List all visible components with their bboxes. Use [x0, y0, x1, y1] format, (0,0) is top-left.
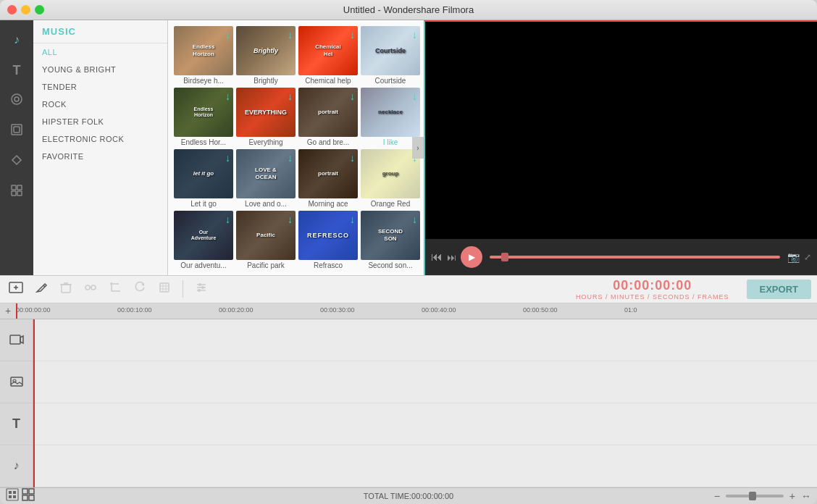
group-button[interactable]	[81, 278, 100, 300]
preview-screen	[425, 22, 817, 239]
download-icon-ouradv[interactable]: ↓	[225, 214, 230, 225]
media-item-everything[interactable]: EVERYTHING ↓ Everything	[236, 88, 296, 146]
screenshot-button[interactable]: 📷	[787, 251, 800, 263]
sidebar-item-text[interactable]: T	[2, 56, 31, 84]
svg-rect-4	[12, 185, 16, 190]
download-icon-birdseye[interactable]: ↓	[225, 29, 230, 41]
audio-mixer-button[interactable]	[192, 278, 211, 300]
media-item-orange[interactable]: group ↓ Orange Red	[361, 149, 420, 208]
close-button[interactable]	[7, 5, 17, 14]
sidebar-item-transitions[interactable]	[2, 148, 31, 175]
music-category-all[interactable]: ALL	[33, 43, 167, 61]
download-icon-everything[interactable]: ↓	[288, 91, 293, 102]
download-icon-pacific[interactable]: ↓	[288, 214, 293, 225]
crop-button[interactable]	[106, 278, 125, 300]
svg-rect-27	[29, 495, 34, 500]
zoom-in-button[interactable]: +	[789, 490, 795, 502]
add-track-button[interactable]	[6, 488, 19, 503]
fit-timeline-button[interactable]: ↔	[801, 490, 811, 502]
media-item-letitgo[interactable]: let it go ↓ Let it go	[174, 149, 233, 208]
media-item-morning[interactable]: portrait ↓ Morning ace	[298, 149, 358, 208]
sidebar-item-elements[interactable]	[2, 178, 31, 206]
download-icon-refresco[interactable]: ↓	[350, 214, 355, 225]
music-category-young[interactable]: YOUNG & BRIGHT	[33, 61, 167, 78]
track-label-text: T	[0, 403, 33, 445]
minimize-button[interactable]	[21, 5, 30, 14]
effects-icon	[10, 93, 23, 109]
music-category-rock[interactable]: ROCK	[33, 96, 167, 113]
svg-point-13	[198, 283, 201, 286]
delete-button[interactable]	[56, 278, 75, 300]
media-thumb-birdseye: EndlessHorizon ↓	[174, 26, 233, 75]
download-icon-endless[interactable]: ↓	[225, 91, 230, 102]
music-category-favorite[interactable]: FAVORITE	[33, 148, 167, 165]
play-button[interactable]: ▶	[461, 246, 482, 268]
media-item-pacific[interactable]: Pacific ↓ Pacific park	[236, 211, 296, 269]
media-thumb-pacific: Pacific ↓	[236, 211, 296, 260]
download-icon-chemical[interactable]: ↓	[350, 29, 355, 41]
download-icon-goand[interactable]: ↓	[350, 91, 355, 102]
bottom-toolbar: 00:00:00:00 HOURS / MINUTES / SECONDS / …	[0, 275, 817, 303]
media-item-refresco[interactable]: REFRESCO ↓ Refrasco	[298, 211, 358, 269]
rotate-button[interactable]	[130, 278, 149, 300]
media-thumb-second: SECONDSON ↓	[361, 211, 420, 260]
download-icon-ilike[interactable]: ↓	[412, 91, 417, 102]
media-item-chemical[interactable]: ChemicalHel ↓ Chemical help	[298, 26, 358, 85]
download-icon-loveand[interactable]: ↓	[288, 152, 293, 164]
timeline-add-button[interactable]: +	[0, 303, 16, 319]
download-icon-brightly[interactable]: ↓	[288, 29, 293, 41]
music-panel: MUSIC ALL YOUNG & BRIGHT TENDER ROCK HIP…	[33, 20, 168, 275]
media-thumb-ilike: necklace ↓	[361, 88, 420, 137]
pen-button[interactable]	[32, 278, 51, 300]
sidebar-item-music[interactable]: ♪	[2, 26, 31, 54]
media-item-courtside[interactable]: Courtside ↓ Courtside	[361, 26, 420, 85]
ruler-mark-50: 00:00:50:00	[523, 306, 558, 314]
sidebar-item-overlays[interactable]	[2, 117, 31, 145]
transitions-icon	[10, 154, 23, 169]
download-icon-morning[interactable]: ↓	[350, 152, 355, 164]
zoom-out-button[interactable]: −	[714, 490, 720, 502]
svg-rect-25	[29, 489, 34, 494]
media-label-brightly: Brightly	[236, 77, 296, 85]
step-forward-button[interactable]: ⏭	[447, 252, 456, 263]
maximize-button[interactable]	[35, 5, 44, 14]
media-item-loveand[interactable]: LOVE &OCEAN ↓ Love and o...	[236, 149, 296, 208]
progress-bar[interactable]	[490, 256, 780, 259]
media-label-ouradv: Our adventu...	[174, 261, 233, 269]
fullscreen-button[interactable]: ⤢	[804, 252, 811, 262]
toolbar-divider	[183, 280, 183, 298]
media-item-ilike[interactable]: necklace ↓ I like	[361, 88, 420, 146]
media-item-brightly[interactable]: Brightly ↓ Brightly	[236, 26, 296, 85]
media-label-birdseye: Birdseye h...	[174, 77, 233, 85]
scroll-right-arrow[interactable]: ›	[412, 137, 424, 159]
music-category-tender[interactable]: TENDER	[33, 78, 167, 96]
svg-rect-2	[12, 125, 22, 135]
svg-rect-24	[22, 489, 28, 494]
media-item-ouradv[interactable]: OurAdventure ↓ Our adventu...	[174, 211, 233, 269]
media-item-endless[interactable]: EndlessHorizon ↓ Endless Hor...	[174, 88, 233, 146]
add-media-button[interactable]	[6, 278, 26, 300]
zoom-slider[interactable]	[726, 495, 784, 497]
download-icon-courtside[interactable]: ↓	[412, 29, 417, 41]
music-category-hipster[interactable]: HIPSTER FOLK	[33, 113, 167, 130]
media-label-endless: Endless Hor...	[174, 138, 233, 146]
media-item-goand[interactable]: portrait ↓ Go and bre...	[298, 88, 358, 146]
download-icon-second[interactable]: ↓	[412, 214, 417, 225]
export-button[interactable]: EXPORT	[747, 280, 811, 299]
top-section: ♪ T	[0, 20, 817, 275]
music-category-electronic[interactable]: ELECTRONIC ROCK	[33, 130, 167, 148]
download-icon-letitgo[interactable]: ↓	[225, 152, 230, 164]
grid-view-button[interactable]	[22, 488, 35, 503]
svg-rect-9	[62, 285, 70, 293]
media-label-everything: Everything	[236, 138, 296, 146]
timeline-tracks: T ♪	[0, 319, 817, 487]
ruler-mark-20: 00:00:20:00	[219, 306, 254, 314]
media-item-birdseye[interactable]: EndlessHorizon ↓ Birdseye h...	[174, 26, 233, 85]
sidebar-item-effects[interactable]	[2, 87, 31, 114]
media-label-courtside: Courtside	[361, 77, 420, 85]
svg-rect-6	[12, 191, 16, 196]
timecode-label: HOURS / MINUTES / SECONDS / FRAMES	[576, 293, 729, 301]
rewind-button[interactable]: ⏮	[431, 251, 443, 264]
transform-button[interactable]	[155, 278, 174, 300]
media-item-second[interactable]: SECONDSON ↓ Second son...	[361, 211, 420, 269]
